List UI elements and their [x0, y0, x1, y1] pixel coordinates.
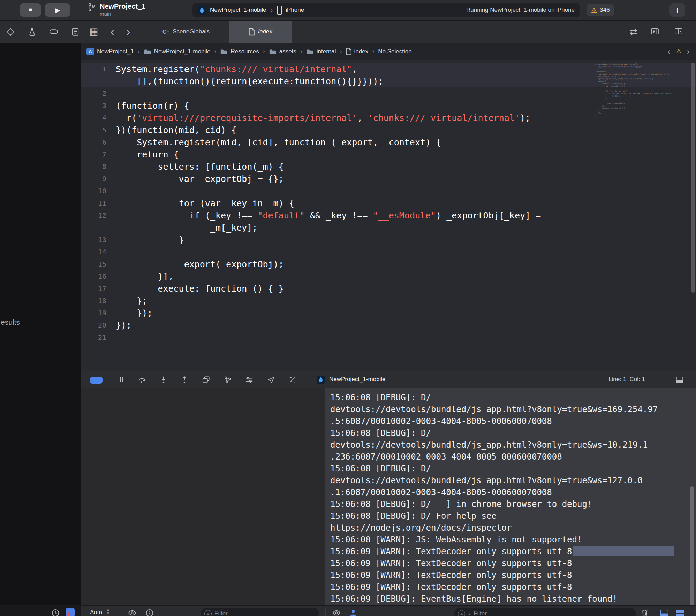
- breadcrumb-separator: ›: [214, 48, 216, 55]
- console-line[interactable]: 15:06:09 [WARN]: TextDecoder only suppor…: [330, 546, 696, 557]
- pill-icon[interactable]: [49, 27, 59, 37]
- memory-graph-icon[interactable]: [223, 375, 232, 384]
- breadcrumb-item[interactable]: assets: [269, 48, 296, 55]
- run-button[interactable]: ▶: [45, 3, 70, 17]
- debug-area-toolbar: Auto ∧∨ ≡ Filter ≡ ∨ Filter: [0, 605, 696, 616]
- trash-icon[interactable]: [640, 608, 649, 616]
- console[interactable]: 15:06:08 [DEBUG]: D/devtools://devtools/…: [325, 388, 696, 605]
- console-line[interactable]: 15:06:09 [WARN]: TextDecoder only suppor…: [330, 581, 696, 593]
- report-list-icon[interactable]: [70, 27, 80, 37]
- next-issue-icon[interactable]: ›: [687, 47, 690, 56]
- tab-index[interactable]: index: [229, 21, 292, 43]
- project-info[interactable]: NewProject_1 main: [87, 2, 145, 17]
- navigator-bottom-bar: [0, 606, 81, 616]
- step-out-icon[interactable]: [180, 375, 189, 384]
- previous-issue-icon[interactable]: ‹: [668, 47, 671, 56]
- console-text: 15:06:09 [WARN]: TextDecoder only suppor…: [330, 570, 572, 580]
- tab-sceneglobals[interactable]: C⁺ SceneGlobals: [143, 21, 229, 43]
- minimap-line: System.register(mid, [cid], function (_e…: [595, 78, 689, 80]
- breadcrumb-item[interactable]: ANewProject_1: [86, 48, 134, 55]
- console-line[interactable]: devtools://devtools/bundled/js_app.html?…: [330, 439, 696, 451]
- slope-icon[interactable]: [288, 375, 297, 384]
- eye-icon[interactable]: [128, 608, 137, 616]
- divider: [325, 609, 326, 616]
- console-line[interactable]: 15:06:08 [DEBUG]: D/ For help see: [330, 510, 696, 522]
- view-hierarchy-icon[interactable]: [202, 375, 211, 384]
- breadcrumb-item[interactable]: NewProject_1-mobile: [144, 48, 211, 55]
- eye-icon[interactable]: [332, 608, 341, 616]
- related-items-icon[interactable]: ▦: [89, 26, 98, 37]
- step-over-icon[interactable]: [137, 375, 146, 384]
- console-line[interactable]: .236:6087/00010002-0003-4004-8005-000600…: [330, 451, 696, 463]
- console-line[interactable]: 15:06:08 [DEBUG]: D/: [330, 427, 696, 439]
- back-icon[interactable]: ‹: [110, 23, 114, 39]
- code-text: };: [116, 295, 147, 307]
- clock-icon[interactable]: [51, 608, 60, 616]
- breakpoint-badge-icon[interactable]: [66, 608, 75, 616]
- stop-button[interactable]: ■: [20, 3, 41, 17]
- minimap-line: (function(r) {: [595, 70, 689, 73]
- source-editor[interactable]: 1System.register("chunks:///_virtual/int…: [81, 60, 696, 371]
- console-line[interactable]: devtools://devtools/bundled/js_app.html?…: [330, 403, 696, 415]
- environment-overrides-icon[interactable]: [245, 375, 254, 384]
- pause-icon[interactable]: [117, 375, 126, 384]
- debug-target-name[interactable]: NewProject_1-mobile: [329, 376, 386, 383]
- editor-scrollbar[interactable]: [691, 63, 695, 293]
- step-into-icon[interactable]: [159, 375, 168, 384]
- console-line[interactable]: 15:06:09 [WARN]: TextDecoder only suppor…: [330, 557, 696, 569]
- issues-badge[interactable]: ⚠ 346: [587, 4, 614, 16]
- code-text: (function(r) {: [116, 100, 189, 112]
- console-line[interactable]: 15:06:08 [WARN]: JS: WebAssembly is not …: [330, 534, 696, 546]
- minimap-zone: System.register("chunks:///_virtual/inte…: [590, 60, 696, 371]
- line-number: 12: [81, 209, 116, 222]
- minimap-line: };: [595, 109, 689, 112]
- breadcrumb-item[interactable]: index: [346, 48, 369, 55]
- variables-scope-dropdown[interactable]: Auto: [90, 609, 102, 616]
- variables-filter-field[interactable]: ≡ Filter: [201, 608, 319, 616]
- breadcrumb-item[interactable]: internal: [306, 48, 336, 55]
- console-line[interactable]: https://nodejs.org/en/docs/inspector: [330, 522, 696, 534]
- breakpoints-toggle[interactable]: [90, 377, 103, 384]
- person-icon[interactable]: [349, 608, 358, 616]
- console-line[interactable]: 15:06:08 [DEBUG]: D/ ] in chrome browser…: [330, 498, 696, 510]
- line-number: 7: [81, 148, 116, 161]
- variables-view[interactable]: [81, 388, 325, 605]
- diamond-icon[interactable]: [6, 27, 15, 37]
- split-editor-icon[interactable]: [674, 26, 683, 36]
- console-line[interactable]: devtools://devtools/bundled/js_app.html?…: [330, 475, 696, 486]
- add-button[interactable]: +: [669, 3, 685, 17]
- info-icon[interactable]: [145, 608, 154, 616]
- breadcrumb-item[interactable]: Resources: [220, 48, 259, 55]
- breadcrumb-separator: ›: [138, 48, 140, 55]
- code-text: _export(_exportObj);: [116, 258, 284, 270]
- console-line[interactable]: 15:06:08 [DEBUG]: D/: [330, 392, 696, 403]
- editor-options-icon[interactable]: [650, 26, 660, 36]
- swap-editors-icon[interactable]: ⇄: [630, 26, 637, 37]
- minimap[interactable]: System.register("chunks:///_virtual/inte…: [595, 63, 689, 119]
- line-number: 17: [81, 283, 116, 295]
- line-number: 3: [81, 100, 116, 112]
- console-scrollbar[interactable]: [690, 486, 694, 605]
- console-pane-toggle-icon[interactable]: [675, 608, 686, 616]
- console-line[interactable]: 15:06:08 [DEBUG]: D/: [330, 463, 696, 475]
- debug-area-layout-icon[interactable]: [675, 375, 684, 384]
- line-number: [81, 75, 116, 87]
- breadcrumb-item[interactable]: No Selection: [378, 48, 411, 55]
- code-text: });: [116, 319, 131, 331]
- scheme-selector[interactable]: NewProject_1-mobile › iPhone Running New…: [192, 3, 580, 17]
- minimap-line: if (_key !== "default" && _key !== "__es…: [595, 92, 689, 95]
- console-line[interactable]: 15:06:09 [DEBUG]: EventBus[Engine] has n…: [330, 593, 696, 605]
- console-filter-field[interactable]: ≡ ∨ Filter: [454, 608, 636, 616]
- console-line[interactable]: .1:6087/00010002-0003-4004-8005-00060007…: [330, 486, 696, 498]
- forward-icon[interactable]: ›: [126, 23, 130, 39]
- warning-icon[interactable]: ⚠: [676, 48, 681, 54]
- console-line[interactable]: .5:6087/00010002-0003-4004-8005-00060007…: [330, 415, 696, 427]
- flask-icon[interactable]: [27, 27, 37, 37]
- navigator-sidebar[interactable]: esults: [0, 43, 81, 605]
- breadcrumb-label: index: [354, 48, 369, 55]
- line-number: 11: [81, 197, 116, 209]
- simulate-location-icon[interactable]: [266, 375, 275, 384]
- variables-pane-toggle-icon[interactable]: [659, 608, 669, 616]
- console-text: devtools://devtools/bundled/js_app.html?…: [330, 405, 658, 414]
- console-line[interactable]: 15:06:09 [WARN]: TextDecoder only suppor…: [330, 569, 696, 581]
